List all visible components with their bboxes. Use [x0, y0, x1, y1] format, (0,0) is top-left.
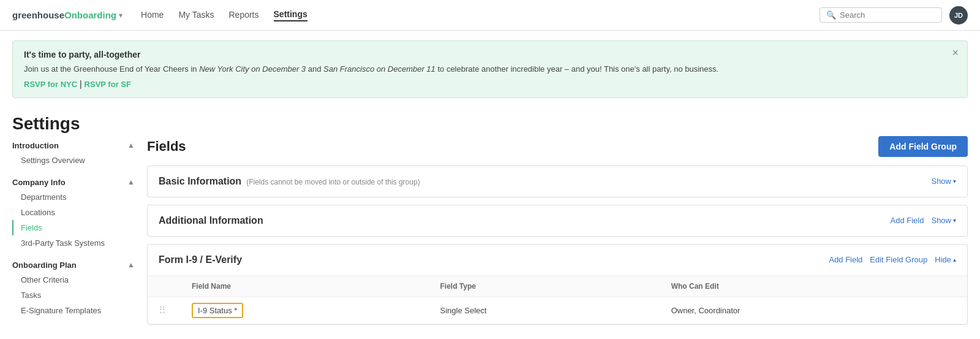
sidebar-section-onboarding-plan: Onboarding Plan▲Other CriteriaTasksE-Sig… — [12, 256, 135, 318]
sidebar-item-settings-overview[interactable]: Settings Overview — [12, 153, 135, 168]
table-row: ⠿I-9 Status *Single SelectOwner, Coordin… — [148, 297, 967, 324]
sidebar-section-label: Company Info — [12, 178, 66, 187]
nav-link-settings[interactable]: Settings — [274, 9, 307, 21]
nav-link-my-tasks[interactable]: My Tasks — [178, 10, 214, 21]
logo-onboarding: Onboarding — [64, 10, 116, 20]
search-box[interactable]: 🔍 — [820, 7, 942, 23]
main-layout: Introduction▲Settings OverviewCompany In… — [0, 136, 980, 332]
chevron-icon: ▲ — [127, 261, 135, 269]
field-group-actions: Add FieldShow ▾ — [891, 216, 956, 225]
logo: greenhouse Onboarding ▾ — [12, 10, 123, 20]
nav-right: 🔍 JD — [820, 6, 968, 25]
sidebar-item-fields[interactable]: Fields — [12, 220, 135, 235]
field-group-title: Basic Information — [159, 176, 241, 186]
sidebar-section-company-info: Company Info▲DepartmentsLocationsFields3… — [12, 173, 135, 251]
sidebar-section-header[interactable]: Company Info▲ — [12, 173, 135, 189]
field-name-badge: I-9 Status * — [192, 303, 243, 318]
sidebar-section-header[interactable]: Onboarding Plan▲ — [12, 256, 135, 272]
field-type-cell: Single Select — [429, 297, 660, 324]
sidebar-item-other-criteria[interactable]: Other Criteria — [12, 272, 135, 288]
chevron-down-icon: ▾ — [953, 217, 956, 224]
announcement-banner: It's time to party, all-together Join us… — [12, 40, 968, 98]
sidebar-item-tasks[interactable]: Tasks — [12, 288, 135, 303]
content-area: Fields Add Field Group Basic Information… — [147, 136, 968, 332]
fields-header: Fields Add Field Group — [147, 136, 968, 157]
field-group-title-area: Basic Information(Fields cannot be moved… — [159, 176, 420, 187]
field-group-card: Form I-9 / E-VerifyAdd FieldEdit Field G… — [147, 244, 968, 325]
hide-button[interactable]: Hide ▴ — [935, 255, 956, 264]
sidebar-item-3rd-party-task-systems[interactable]: 3rd-Party Task Systems — [12, 235, 135, 251]
field-group-header: Basic Information(Fields cannot be moved… — [148, 166, 967, 197]
sidebar-section-introduction: Introduction▲Settings Overview — [12, 136, 135, 168]
banner-title: It's time to party, all-together — [24, 50, 956, 59]
field-group-title-area: Form I-9 / E-Verify — [159, 254, 242, 265]
field-group-title: Additional Information — [159, 215, 263, 226]
page-title: Settings — [0, 108, 980, 136]
show-button[interactable]: Show ▾ — [931, 177, 956, 186]
show-button[interactable]: Show ▾ — [931, 216, 956, 225]
chevron-down-icon: ▾ — [953, 178, 956, 185]
banner-links: RSVP for NYC | RSVP for SF — [24, 79, 956, 89]
sidebar-section-label: Onboarding Plan — [12, 261, 77, 270]
show-label: Show — [931, 177, 951, 186]
table-column-header: Field Name — [181, 275, 429, 297]
hide-label: Hide — [935, 255, 951, 264]
banner-nyc-date: New York City on December 3 — [199, 64, 306, 74]
banner-body-mid: and — [306, 64, 323, 74]
chevron-up-icon: ▴ — [953, 256, 956, 263]
field-group-card: Basic Information(Fields cannot be moved… — [147, 166, 968, 197]
rsvp-nyc-link[interactable]: RSVP for NYC — [24, 80, 77, 89]
search-input[interactable] — [840, 10, 935, 20]
field-group-actions: Add FieldEdit Field GroupHide ▴ — [829, 255, 956, 264]
field-name-cell: I-9 Status * — [181, 297, 429, 324]
add-field-group-button[interactable]: Add Field Group — [878, 136, 968, 157]
who-can-edit-cell: Owner, Coordinator — [660, 297, 967, 324]
field-group-header: Form I-9 / E-VerifyAdd FieldEdit Field G… — [148, 245, 967, 275]
field-table: Field NameField TypeWho Can Edit⠿I-9 Sta… — [148, 275, 967, 324]
chevron-icon: ▲ — [127, 141, 135, 150]
logo-greenhouse: greenhouse — [12, 10, 64, 20]
sidebar-section-header[interactable]: Introduction▲ — [12, 136, 135, 153]
add-field-button[interactable]: Add Field — [891, 216, 924, 225]
table-column-header: Field Type — [429, 275, 660, 297]
banner-sf-date: San Francisco on December 11 — [323, 64, 435, 74]
edit-button[interactable]: Edit Field Group — [870, 255, 927, 264]
nav-link-reports[interactable]: Reports — [228, 10, 258, 21]
table-column-header: Who Can Edit — [660, 275, 967, 297]
sidebar-item-e-signature-templates[interactable]: E-Signature Templates — [12, 303, 135, 318]
sidebar-section-label: Introduction — [12, 141, 59, 150]
field-group-title-area: Additional Information — [159, 215, 263, 226]
banner-separator: | — [77, 79, 84, 89]
drag-handle-icon[interactable]: ⠿ — [159, 305, 166, 316]
banner-body-prefix: Join us at the Greenhouse End of Year Ch… — [24, 64, 199, 74]
field-group-card: Additional InformationAdd FieldShow ▾ — [147, 205, 968, 237]
chevron-down-icon: ▾ — [119, 11, 123, 20]
chevron-icon: ▲ — [127, 178, 135, 186]
sidebar-item-locations[interactable]: Locations — [12, 205, 135, 220]
field-group-subtitle: (Fields cannot be moved into or outside … — [246, 178, 420, 186]
nav-link-home[interactable]: Home — [141, 10, 164, 21]
banner-close-button[interactable]: × — [952, 47, 959, 58]
nav-links: HomeMy TasksReportsSettings — [141, 9, 820, 21]
add-field-button[interactable]: Add Field — [829, 255, 862, 264]
avatar[interactable]: JD — [949, 6, 968, 25]
banner-body-suffix: to celebrate another incredible year – a… — [435, 64, 718, 74]
sidebar: Introduction▲Settings OverviewCompany In… — [12, 136, 147, 332]
field-group-actions: Show ▾ — [931, 177, 956, 186]
banner-body: Join us at the Greenhouse End of Year Ch… — [24, 63, 956, 75]
show-label: Show — [931, 216, 951, 225]
field-group-header: Additional InformationAdd FieldShow ▾ — [148, 205, 967, 236]
rsvp-sf-link[interactable]: RSVP for SF — [85, 80, 131, 89]
top-nav: greenhouse Onboarding ▾ HomeMy TasksRepo… — [0, 0, 980, 31]
search-icon: 🔍 — [826, 10, 836, 20]
field-group-title: Form I-9 / E-Verify — [159, 254, 242, 265]
fields-title: Fields — [147, 139, 186, 154]
sidebar-item-departments[interactable]: Departments — [12, 189, 135, 205]
